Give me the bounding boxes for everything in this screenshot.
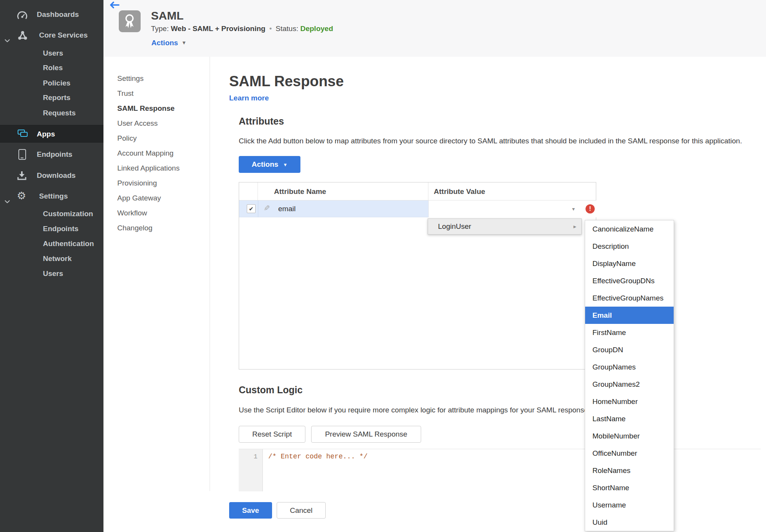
apps-icon — [18, 130, 29, 139]
menu-item-officenumber[interactable]: OfficeNumber — [585, 445, 674, 462]
app-meta: Type: Web - SAML + Provisioning•Status: … — [151, 25, 333, 33]
menu-item-displayname[interactable]: DisplayName — [585, 255, 674, 272]
caret-down-icon: ▼ — [182, 40, 187, 46]
award-ribbon-icon — [123, 13, 136, 29]
menu-item-uuid[interactable]: Uuid — [585, 514, 674, 531]
column-header-attribute-value: Attribute Value — [428, 182, 485, 200]
row-checkbox[interactable]: ✔ — [247, 204, 256, 213]
menu-item-mobilenumber[interactable]: MobileNumber — [585, 427, 674, 445]
menu-item-shortname[interactable]: ShortName — [585, 479, 674, 496]
table-row: ✔ ✎ email ▾ ! — [239, 200, 596, 217]
loginuser-attributes-submenu: CanonicalizeName Description DisplayName… — [585, 220, 674, 531]
cancel-button[interactable]: Cancel — [277, 502, 326, 519]
attribute-value-menu-loginuser[interactable]: LoginUser ▸ — [428, 218, 582, 235]
menu-item-groupnames[interactable]: GroupNames — [585, 358, 674, 376]
attribute-name-cell: email — [278, 200, 295, 217]
sidebar-item-label: Dashboards — [37, 8, 79, 21]
sidebar-item-endpoints[interactable]: Endpoints — [0, 148, 103, 161]
tab-settings[interactable]: Settings — [117, 71, 180, 86]
tab-linked-applications[interactable]: Linked Applications — [117, 161, 180, 176]
tab-policy[interactable]: Policy — [117, 131, 180, 146]
menu-item-effectivegroupdns[interactable]: EffectiveGroupDNs — [585, 272, 674, 289]
app-logo — [119, 10, 141, 32]
menu-item-rolenames[interactable]: RoleNames — [585, 462, 674, 479]
sidebar: Dashboards Core Services Users Roles Pol… — [0, 0, 103, 532]
tab-saml-response[interactable]: SAML Response — [117, 101, 180, 116]
sidebar-item-core-services[interactable]: Core Services — [0, 29, 103, 41]
page-title: SAML Response — [229, 73, 344, 90]
status-badge: Deployed — [300, 25, 333, 33]
sidebar-item-authentication[interactable]: Authentication — [43, 238, 103, 250]
menu-item-lastname[interactable]: LastName — [585, 410, 674, 427]
menu-item-groupdn[interactable]: GroupDN — [585, 341, 674, 358]
back-arrow-icon[interactable] — [110, 2, 120, 10]
tab-workflow[interactable]: Workflow — [117, 205, 180, 220]
sidebar-item-settings-users[interactable]: Users — [43, 268, 103, 280]
sidebar-item-roles[interactable]: Roles — [43, 62, 103, 74]
attribute-value-dropdown[interactable]: ▾ ! — [428, 200, 596, 217]
save-button[interactable]: Save — [229, 502, 272, 519]
download-icon — [17, 171, 27, 184]
sidebar-item-reports[interactable]: Reports — [43, 92, 103, 104]
menu-item-canonicalizename[interactable]: CanonicalizeName — [585, 220, 674, 238]
attributes-description: Click the Add button below to map attrib… — [239, 137, 742, 145]
sidebar-item-dashboards[interactable]: Dashboards — [0, 8, 103, 21]
attributes-actions-button[interactable]: Actions▼ — [239, 156, 300, 173]
sidebar-item-requests[interactable]: Requests — [43, 107, 103, 119]
validation-error-icon: ! — [586, 204, 595, 213]
table-header: Attribute Name Attribute Value — [239, 182, 596, 200]
menu-item-homenumber[interactable]: HomeNumber — [585, 393, 674, 410]
sidebar-item-label: Settings — [39, 190, 68, 202]
sidebar-item-customization[interactable]: Customization — [43, 208, 103, 220]
sidebar-item-policies[interactable]: Policies — [43, 77, 103, 89]
menu-item-effectivegroupnames[interactable]: EffectiveGroupNames — [585, 289, 674, 307]
checkmark-icon: ✔ — [249, 205, 254, 212]
preview-saml-response-button[interactable]: Preview SAML Response — [311, 426, 421, 443]
sidebar-item-network[interactable]: Network — [43, 253, 103, 265]
tab-provisioning[interactable]: Provisioning — [117, 176, 180, 190]
core-services-icon — [17, 30, 28, 44]
menu-item-email[interactable]: Email — [585, 307, 674, 324]
menu-item-username[interactable]: Username — [585, 496, 674, 514]
gear-icon: ⚙ — [17, 190, 26, 202]
app-settings-nav: Settings Trust SAML Response User Access… — [117, 71, 180, 235]
attributes-table: Attribute Name Attribute Value ✔ ✎ email… — [239, 182, 596, 369]
reset-script-button[interactable]: Reset Script — [239, 426, 305, 443]
learn-more-link[interactable]: Learn more — [229, 94, 269, 102]
app-title: SAML — [151, 9, 184, 22]
app-type: Web - SAML + Provisioning — [171, 25, 266, 33]
sidebar-item-label: Endpoints — [37, 148, 72, 161]
editor-gutter: 1 — [239, 449, 263, 491]
line-number: 1 — [254, 453, 258, 460]
sidebar-item-apps[interactable]: Apps — [0, 125, 103, 143]
chevron-down-icon[interactable] — [5, 195, 10, 207]
editor-code[interactable]: /* Enter code here... */ — [268, 453, 367, 460]
attributes-heading: Attributes — [239, 116, 284, 127]
chevron-down-icon[interactable] — [5, 34, 10, 46]
header-actions-menu[interactable]: Actions▼ — [151, 39, 187, 47]
sidebar-item-users[interactable]: Users — [43, 47, 103, 59]
tab-account-mapping[interactable]: Account Mapping — [117, 146, 180, 161]
nav-divider — [210, 57, 210, 491]
edit-pencil-icon[interactable]: ✎ — [264, 204, 270, 213]
column-header-attribute-name: Attribute Name — [274, 182, 326, 200]
sidebar-item-downloads[interactable]: Downloads — [0, 169, 103, 182]
menu-item-description[interactable]: Description — [585, 238, 674, 255]
tab-changelog[interactable]: Changelog — [117, 220, 180, 235]
script-editor[interactable]: 1 /* Enter code here... */ — [239, 449, 761, 491]
menu-item-groupnames2[interactable]: GroupNames2 — [585, 376, 674, 393]
menu-item-firstname[interactable]: FirstName — [585, 324, 674, 341]
tab-trust[interactable]: Trust — [117, 86, 180, 101]
gauge-icon — [17, 11, 28, 23]
caret-down-icon: ▼ — [283, 162, 287, 167]
column-divider — [258, 200, 258, 217]
tab-user-access[interactable]: User Access — [117, 116, 180, 131]
sidebar-item-settings-endpoints[interactable]: Endpoints — [43, 223, 103, 235]
dropdown-caret-icon[interactable]: ▾ — [572, 200, 575, 217]
tab-app-gateway[interactable]: App Gateway — [117, 190, 180, 205]
sidebar-item-label: Apps — [37, 125, 55, 143]
app-window: Dashboards Core Services Users Roles Pol… — [0, 0, 766, 532]
tablet-icon — [18, 149, 26, 160]
sidebar-item-settings[interactable]: ⚙ Settings — [0, 190, 103, 202]
sidebar-item-label: Core Services — [39, 29, 88, 41]
